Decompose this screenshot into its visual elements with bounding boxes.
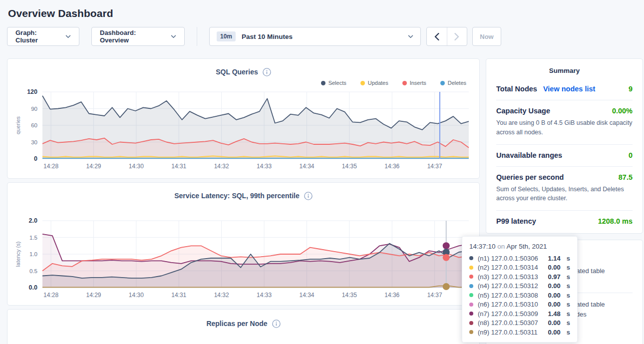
latency-unit: s (567, 310, 570, 318)
now-button[interactable]: Now (472, 27, 501, 46)
node-latency-value: 1.14 (548, 255, 560, 262)
node-address: (n7) 127.0.0.1:50309 (478, 310, 543, 318)
svg-text:14:37: 14:37 (427, 292, 442, 299)
info-icon[interactable] (272, 320, 281, 328)
svg-text:90: 90 (31, 106, 37, 112)
svg-text:14:32: 14:32 (214, 292, 229, 299)
svg-text:14:36: 14:36 (384, 292, 399, 299)
summary-value: 87.5 (619, 173, 633, 181)
time-forward-button[interactable] (447, 27, 467, 45)
time-back-button[interactable] (427, 27, 447, 45)
page-header: Overview Dashboard (0, 0, 644, 19)
summary-row: Queries per second87.5Sum of Selects, Up… (496, 167, 633, 211)
toolbar-divider (197, 27, 197, 46)
replicas-chart-title: Replicas per Node (206, 320, 267, 328)
summary-label: Unavailable ranges (496, 151, 562, 159)
svg-text:0.5: 0.5 (29, 268, 37, 274)
node-latency-value: 0.00 (548, 292, 560, 299)
graph-dropdown[interactable]: Graph: Cluster (7, 27, 79, 46)
svg-text:0.0: 0.0 (29, 284, 37, 291)
dashboard-dropdown-label: Dashboard: Overview (100, 29, 166, 44)
svg-text:14:33: 14:33 (257, 292, 272, 299)
svg-text:14:37: 14:37 (427, 163, 442, 170)
node-latency-value: 0.00 (548, 282, 560, 290)
summary-note: You are using 0 B of 4.5 GiB usable disk… (496, 118, 633, 137)
charts-column: SQL Queries SelectsUpdatesInsertsDeletes… (7, 58, 480, 344)
node-color-dot (469, 312, 473, 316)
legend-item-updates[interactable]: Updates (360, 80, 388, 86)
tooltip-node-row: (n6) 127.0.0.1:503100.00s (469, 300, 570, 310)
svg-text:1.5: 1.5 (29, 235, 37, 241)
node-color-dot (469, 284, 473, 288)
node-latency-value: 0.00 (548, 301, 560, 308)
service-latency-chart-title: Service Latency: SQL, 99th percentile (174, 192, 300, 200)
svg-text:14:28: 14:28 (43, 163, 58, 170)
legend-label: Inserts (410, 80, 426, 86)
tooltip-node-row: (n2) 127.0.0.1:503140.00s (469, 263, 570, 273)
legend-dot (321, 81, 325, 85)
legend-dot (440, 81, 445, 85)
summary-panel: Summary Total NodesView nodes list9Capac… (486, 58, 643, 234)
info-icon[interactable] (304, 192, 313, 200)
summary-value: 9 (629, 85, 633, 93)
legend-item-deletes[interactable]: Deletes (440, 80, 466, 86)
toolbar: Graph: Cluster Dashboard: Overview 10m P… (7, 27, 637, 46)
chevron-down-icon (65, 35, 71, 38)
tooltip-node-row: (n1) 127.0.0.1:503061.14s (469, 254, 570, 263)
svg-text:14:34: 14:34 (299, 292, 314, 299)
node-address: (n4) 127.0.0.1:50312 (478, 282, 543, 290)
dashboard-dropdown[interactable]: Dashboard: Overview (91, 27, 185, 46)
view-nodes-link[interactable]: View nodes list (543, 85, 596, 93)
latency-unit: s (567, 301, 570, 308)
latency-unit: s (567, 282, 570, 290)
svg-text:queries: queries (15, 116, 21, 134)
sql-queries-chart[interactable]: 14:2814:2914:3014:3114:3214:3314:3414:35… (13, 87, 473, 172)
svg-text:14:31: 14:31 (171, 292, 186, 299)
service-latency-chart[interactable]: 14:2814:2914:3014:3114:3214:3314:3414:35… (13, 216, 473, 301)
legend-label: Selects (328, 80, 346, 86)
node-latency-value: 1.48 (548, 310, 560, 318)
node-address: (n8) 127.0.0.1:50307 (478, 319, 543, 327)
svg-text:14:33: 14:33 (257, 163, 272, 170)
info-icon[interactable] (263, 68, 271, 76)
summary-row: Total NodesView nodes list9 (496, 78, 633, 100)
node-latency-value: 0.97 (548, 273, 560, 281)
svg-text:14:30: 14:30 (129, 292, 144, 299)
svg-text:14:28: 14:28 (43, 292, 58, 299)
node-color-dot (469, 266, 473, 270)
latency-unit: s (567, 329, 570, 336)
svg-text:latency (s): latency (s) (15, 242, 21, 267)
node-address: (n5) 127.0.0.1:50308 (478, 292, 543, 299)
tooltip-node-row: (n9) 127.0.0.1:503110.00s (469, 328, 570, 337)
time-range-dropdown[interactable]: 10m Past 10 Minutes (209, 27, 421, 46)
chevron-down-icon (408, 35, 413, 38)
summary-note: Sum of Selects, Updates, Inserts, and De… (496, 185, 633, 204)
tooltip-node-row: (n4) 127.0.0.1:503120.00s (469, 282, 570, 291)
tooltip-node-row: (n8) 127.0.0.1:503070.00s (469, 319, 570, 328)
node-latency-value: 0.00 (548, 264, 560, 271)
svg-text:14:34: 14:34 (299, 163, 314, 170)
tooltip-node-row: (n5) 127.0.0.1:503080.00s (469, 291, 570, 300)
svg-text:14:31: 14:31 (171, 163, 186, 170)
node-color-dot (469, 303, 473, 307)
latency-unit: s (567, 292, 570, 299)
svg-text:120: 120 (27, 88, 37, 95)
legend-label: Updates (368, 80, 388, 86)
legend-item-selects[interactable]: Selects (321, 80, 346, 86)
summary-row: Capacity Usage0.00%You are using 0 B of … (496, 100, 633, 145)
replicas-chart-panel: Replicas per Node (7, 309, 480, 344)
legend-label: Deletes (448, 80, 466, 86)
summary-label: Capacity Usage (496, 107, 550, 115)
svg-text:0: 0 (34, 155, 37, 162)
svg-text:14:35: 14:35 (342, 163, 357, 170)
legend-item-inserts[interactable]: Inserts (402, 80, 426, 86)
page-title: Overview Dashboard (8, 7, 636, 19)
legend-dot (402, 81, 407, 85)
service-latency-chart-panel: Service Latency: SQL, 99th percentile 14… (7, 182, 480, 306)
svg-text:14:29: 14:29 (86, 292, 101, 299)
summary-value: 0.00% (612, 107, 633, 115)
node-color-dot (469, 275, 473, 279)
svg-text:60: 60 (31, 122, 37, 128)
node-color-dot (469, 330, 473, 334)
latency-unit: s (567, 319, 570, 327)
